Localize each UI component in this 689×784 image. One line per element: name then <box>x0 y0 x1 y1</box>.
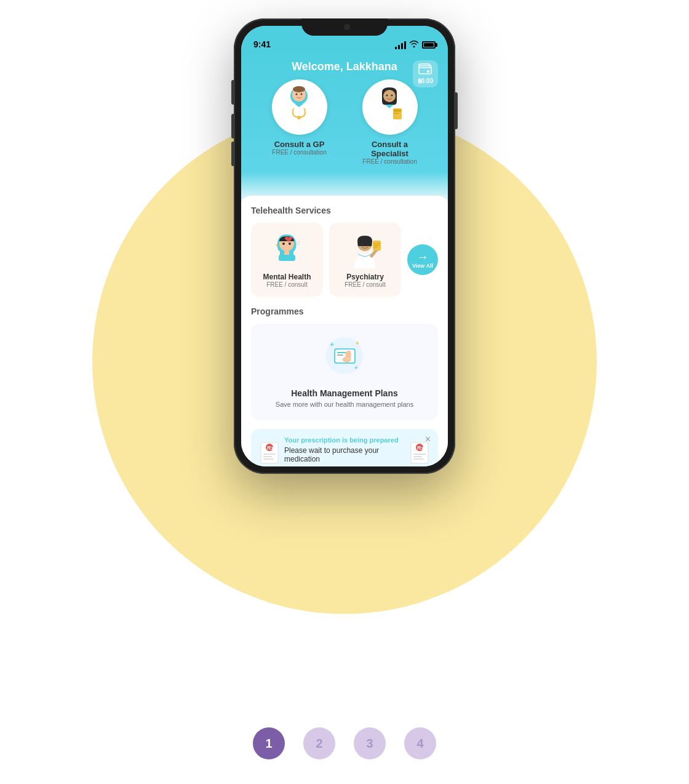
consult-gp-card[interactable]: ☞ Consult a GP FREE / consultation <box>263 79 335 165</box>
svg-rect-35 <box>337 352 346 353</box>
svg-rect-20 <box>279 255 295 261</box>
svg-rect-0 <box>419 66 431 74</box>
notif-icons-row: Rx Your prescription is being prepared P… <box>260 436 429 466</box>
gp-title: Consult a GP <box>274 140 325 149</box>
svg-line-26 <box>372 250 376 256</box>
view-all-button[interactable]: → View All <box>407 244 438 275</box>
psychiatry-name: Psychiatry <box>346 273 384 281</box>
specialist-avatar <box>362 79 418 135</box>
status-icons <box>395 40 436 49</box>
svg-text:Rx: Rx <box>417 445 424 451</box>
view-all-arrow-icon: → <box>416 250 429 263</box>
svg-rect-45 <box>263 458 274 460</box>
svg-rect-43 <box>263 454 276 455</box>
scene: 9:41 <box>0 0 689 784</box>
gp-subtitle: FREE / consultation <box>272 149 326 156</box>
battery-icon <box>422 41 436 49</box>
step-4[interactable]: 4 <box>404 727 436 759</box>
welcome-row: Welcome, Lakkhana <box>251 60 438 73</box>
step-1[interactable]: 1 <box>253 727 285 759</box>
psychiatry-card[interactable]: Psychiatry FREE / consult <box>329 223 401 297</box>
gp-avatar: ☞ <box>272 79 327 135</box>
svg-text:♡: ♡ <box>296 241 300 246</box>
view-all-label: View All <box>412 263 433 269</box>
step-4-label: 4 <box>416 737 423 751</box>
svg-rect-19 <box>284 250 289 255</box>
svg-text:+: + <box>354 364 358 371</box>
signal-icon <box>395 41 406 49</box>
svg-text:✦: ✦ <box>275 242 279 248</box>
step-3-label: 3 <box>366 737 373 751</box>
svg-point-24 <box>361 244 363 246</box>
rx-left-icon: Rx <box>260 441 279 466</box>
programme-icon: + + + <box>325 336 365 382</box>
svg-point-18 <box>289 242 291 245</box>
svg-rect-36 <box>337 354 343 356</box>
programmes-section-title: Programmes <box>251 306 438 316</box>
svg-text:Rx: Rx <box>267 445 274 451</box>
programme-title: Health Management Plans <box>291 388 398 398</box>
svg-rect-13 <box>394 110 401 111</box>
notification-banner: Rx Your prescription is being prepared P… <box>251 429 438 466</box>
mental-health-card[interactable]: ✦ ♡ Mental Health FREE / consult <box>251 223 323 297</box>
programmes-card[interactable]: + + + Health Management Plans Save more … <box>251 324 438 420</box>
notif-close-button[interactable]: × <box>425 434 431 445</box>
notif-body: Please wait to purchase your medication <box>284 446 405 463</box>
specialist-title: Consult a Specialist <box>354 140 426 158</box>
svg-point-25 <box>367 244 369 246</box>
consult-row: ☞ Consult a GP FREE / consultation <box>251 79 438 165</box>
svg-rect-15 <box>394 113 399 114</box>
step-1-label: 1 <box>265 737 272 751</box>
svg-rect-50 <box>413 456 422 457</box>
phone-notch <box>301 18 388 36</box>
body-section: Telehealth Services <box>241 196 448 466</box>
svg-point-9 <box>383 90 396 102</box>
svg-point-6 <box>301 94 303 95</box>
phone-wrapper: 9:41 <box>234 18 455 474</box>
wallet-amount: ฿0.00 <box>418 78 433 84</box>
wifi-icon <box>409 40 419 49</box>
step-2-label: 2 <box>316 737 322 751</box>
step-indicators: 1 2 3 4 <box>253 727 436 759</box>
rx-right-icon: Rx <box>410 441 429 466</box>
psychiatry-price: FREE / consult <box>344 281 386 288</box>
notch-camera <box>344 24 350 30</box>
svg-rect-49 <box>413 454 426 455</box>
svg-point-10 <box>386 95 388 97</box>
wallet-icon <box>418 63 432 78</box>
telehealth-row: ✦ ♡ Mental Health FREE / consult <box>251 223 438 297</box>
svg-text:+: + <box>356 340 359 346</box>
wallet-button[interactable]: ฿0.00 <box>413 60 438 87</box>
svg-rect-51 <box>413 458 424 460</box>
phone-frame: 9:41 <box>234 18 455 474</box>
telehealth-section-title: Telehealth Services <box>251 206 438 215</box>
consult-specialist-card[interactable]: Consult a Specialist FREE / consultation <box>354 79 426 165</box>
mental-health-illustration: ✦ ♡ <box>269 231 306 268</box>
phone-screen: 9:41 <box>241 26 448 466</box>
svg-text:+: + <box>330 340 334 349</box>
svg-rect-14 <box>394 111 401 112</box>
specialist-subtitle: FREE / consultation <box>362 158 416 165</box>
svg-point-11 <box>391 95 393 97</box>
svg-point-4 <box>293 86 305 92</box>
svg-point-17 <box>282 242 285 245</box>
notif-title: Your prescription is being prepared <box>284 436 405 444</box>
svg-point-1 <box>427 70 429 73</box>
screen-content[interactable]: Welcome, Lakkhana <box>241 53 448 466</box>
svg-point-7 <box>297 116 301 119</box>
status-time: 9:41 <box>253 39 271 49</box>
mental-health-price: FREE / consult <box>266 281 308 288</box>
psychiatry-illustration <box>347 231 384 268</box>
svg-point-5 <box>296 94 298 95</box>
programme-desc: Save more with our health management pla… <box>276 401 413 408</box>
svg-rect-44 <box>263 456 272 457</box>
step-3[interactable]: 3 <box>354 727 386 759</box>
welcome-section: Welcome, Lakkhana <box>241 53 448 202</box>
mental-health-name: Mental Health <box>263 273 311 281</box>
welcome-text: Welcome, Lakkhana <box>292 60 397 73</box>
step-2[interactable]: 2 <box>303 727 335 759</box>
